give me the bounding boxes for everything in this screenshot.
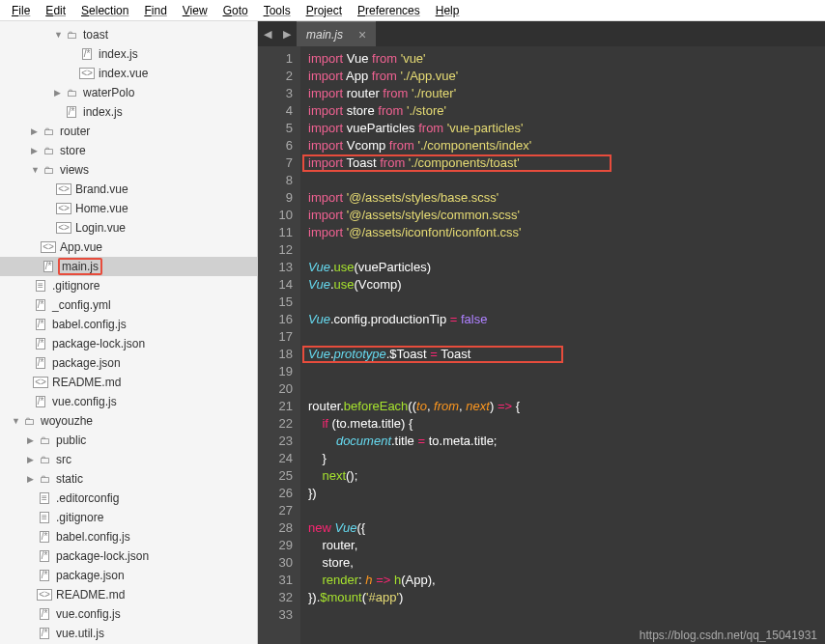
expand-arrow-icon[interactable]: ▶	[54, 88, 64, 98]
expand-arrow-icon[interactable]: ▶	[27, 474, 37, 484]
folder-src[interactable]: ▶🗀src	[0, 450, 257, 469]
file-index-vue[interactable]: <>index.vue	[0, 64, 257, 83]
menu-find[interactable]: Find	[136, 2, 174, 19]
code-line[interactable]: next();	[308, 467, 531, 485]
code-line[interactable]	[308, 380, 531, 398]
folder-woyouzhe[interactable]: ▼🗀woyouzhe	[0, 411, 257, 431]
line-number: 20	[258, 380, 293, 398]
file-main-js[interactable]: /*main.js	[0, 257, 257, 276]
code-line[interactable]	[308, 328, 531, 346]
menu-edit[interactable]: Edit	[38, 2, 73, 19]
code-line[interactable]	[308, 363, 531, 380]
file-package-json[interactable]: /*package.json	[0, 353, 257, 373]
file--gitignore[interactable]: ≡.gitignore	[0, 276, 257, 295]
tab-main-js[interactable]: main.js ×	[297, 21, 376, 46]
line-number: 6	[258, 137, 293, 154]
code-line[interactable]: Vue.use(vueParticles)	[308, 259, 531, 276]
code-line[interactable]: import '@/assets/styles/common.scss'	[308, 207, 531, 224]
menu-selection[interactable]: Selection	[73, 2, 136, 19]
code-line[interactable]: if (to.meta.title) {	[308, 415, 531, 433]
expand-arrow-icon[interactable]: ▼	[12, 416, 21, 426]
file-package-json[interactable]: /*package.json	[0, 566, 257, 585]
tree-label: vue.util.js	[56, 627, 104, 640]
folder-toast[interactable]: ▼🗀toast	[0, 25, 257, 44]
tree-label: README.md	[56, 588, 125, 602]
file--editorconfig[interactable]: ≡.editorconfig	[0, 489, 257, 508]
file-icon: /*	[40, 608, 50, 620]
code-line[interactable]: import vueParticles from 'vue-particles'	[308, 120, 531, 137]
expand-arrow-icon[interactable]: ▶	[31, 126, 41, 136]
code-line[interactable]: import '@/assets/iconfont/iconfont.css'	[308, 224, 531, 241]
code-line[interactable]: import Vue from 'vue'	[308, 50, 531, 68]
code-line[interactable]: router,	[308, 537, 531, 554]
file-icon: /*	[36, 396, 46, 407]
code-line[interactable]: }	[308, 450, 531, 467]
file--gitignore[interactable]: ≡.gitignore	[0, 508, 257, 527]
file-readme-md[interactable]: <>README.md	[0, 373, 257, 392]
code-line[interactable]	[308, 502, 531, 519]
file-vue-util-js[interactable]: /*vue.util.js	[0, 624, 257, 643]
folder-views[interactable]: ▼🗀views	[0, 160, 257, 180]
file-app-vue[interactable]: <>App.vue	[0, 238, 257, 257]
code-line[interactable]: Vue.config.productionTip = false	[308, 311, 531, 328]
nav-forward-icon[interactable]: ▶	[277, 28, 297, 41]
line-gutter: 1234567891011121314151617181920212223242…	[258, 46, 300, 644]
menu-preferences[interactable]: Preferences	[350, 2, 428, 19]
file-readme-md[interactable]: <>README.md	[0, 585, 257, 604]
file-brand-vue[interactable]: <>Brand.vue	[0, 180, 257, 199]
expand-arrow-icon[interactable]: ▶	[31, 146, 41, 155]
folder-icon: 🗀	[43, 164, 54, 176]
editor-panel: ◀ ▶ main.js × 12345678910111213141516171…	[258, 21, 825, 644]
menu-tools[interactable]: Tools	[256, 2, 299, 19]
file-login-vue[interactable]: <>Login.vue	[0, 218, 257, 238]
close-icon[interactable]: ×	[358, 27, 366, 42]
menu-file[interactable]: File	[4, 2, 38, 19]
code-line[interactable]: import Vcomp from './components/index'	[308, 137, 531, 154]
sidebar-file-tree[interactable]: ▼🗀toast/*index.js<>index.vue▶🗀waterPolo/…	[0, 21, 258, 644]
file-index-js[interactable]: /*index.js	[0, 102, 257, 122]
file-babel-config-js[interactable]: /*babel.config.js	[0, 315, 257, 334]
code-content[interactable]: import Vue from 'vue'import App from './…	[300, 46, 531, 644]
code-line[interactable]	[308, 241, 531, 259]
expand-arrow-icon[interactable]: ▶	[27, 455, 37, 464]
file-_config-yml[interactable]: /*_config.yml	[0, 295, 257, 315]
file-icon: ≡	[40, 492, 49, 504]
code-line[interactable]: render: h => h(App),	[308, 572, 531, 589]
code-line[interactable]	[308, 294, 531, 311]
code-line[interactable]: })	[308, 485, 531, 502]
file-package-lock-json[interactable]: /*package-lock.json	[0, 546, 257, 566]
code-line[interactable]	[308, 606, 531, 624]
menu-help[interactable]: Help	[428, 2, 468, 19]
tree-label: store	[60, 144, 86, 157]
folder-waterpolo[interactable]: ▶🗀waterPolo	[0, 83, 257, 102]
file-vue-config-js[interactable]: /*vue.config.js	[0, 392, 257, 411]
menu-view[interactable]: View	[175, 2, 215, 19]
folder-public[interactable]: ▶🗀public	[0, 431, 257, 450]
file-package-lock-json[interactable]: /*package-lock.json	[0, 334, 257, 353]
menu-goto[interactable]: Goto	[215, 2, 256, 19]
nav-back-icon[interactable]: ◀	[258, 28, 277, 41]
code-area[interactable]: 1234567891011121314151617181920212223242…	[258, 46, 825, 644]
expand-arrow-icon[interactable]: ▼	[54, 30, 64, 40]
folder-store[interactable]: ▶🗀store	[0, 141, 257, 160]
folder-static[interactable]: ▶🗀static	[0, 469, 257, 489]
code-line[interactable]: import '@/assets/styles/base.scss'	[308, 189, 531, 207]
code-line[interactable]: document.title = to.meta.title;	[308, 433, 531, 450]
file-home-vue[interactable]: <>Home.vue	[0, 199, 257, 218]
code-line[interactable]: }).$mount('#app')	[308, 589, 531, 606]
code-line[interactable]: store,	[308, 554, 531, 572]
code-line[interactable]	[308, 172, 531, 189]
menu-project[interactable]: Project	[299, 2, 350, 19]
code-line[interactable]: import router from './router'	[308, 85, 531, 102]
file-vue-config-js[interactable]: /*vue.config.js	[0, 604, 257, 624]
code-line[interactable]: Vue.use(Vcomp)	[308, 276, 531, 294]
file-babel-config-js[interactable]: /*babel.config.js	[0, 527, 257, 546]
code-line[interactable]: router.beforeEach((to, from, next) => {	[308, 398, 531, 415]
file-index-js[interactable]: /*index.js	[0, 44, 257, 64]
code-line[interactable]: import store from './store'	[308, 102, 531, 120]
code-line[interactable]: new Vue({	[308, 519, 531, 537]
expand-arrow-icon[interactable]: ▶	[27, 435, 37, 445]
expand-arrow-icon[interactable]: ▼	[31, 165, 41, 175]
folder-router[interactable]: ▶🗀router	[0, 122, 257, 141]
code-line[interactable]: import App from './App.vue'	[308, 68, 531, 85]
